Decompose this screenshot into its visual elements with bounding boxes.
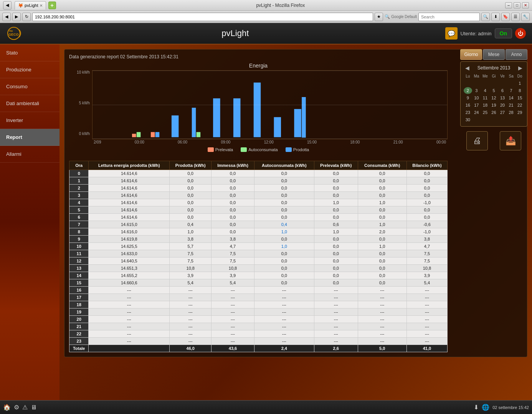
x-label-12: 12:00 [264,140,274,144]
cal-day[interactable]: 23 [464,109,472,116]
cal-day[interactable]: 9 [464,94,472,101]
taskbar-home-icon[interactable]: 🏠 [3,404,11,411]
cal-day[interactable]: 26 [490,109,498,116]
cal-day[interactable]: 17 [473,102,481,109]
notifications-button[interactable]: 💬 [445,27,458,40]
cal-day[interactable]: 27 [498,109,507,116]
export-button[interactable]: 📤 [500,131,521,150]
table-cell: --- [170,330,211,338]
cal-day[interactable]: 1 [515,80,524,87]
cal-day[interactable]: 5 [490,87,498,94]
cal-day[interactable]: 16 [464,102,472,109]
maximize-button[interactable]: □ [514,2,520,8]
search-icon-btn[interactable]: 🔍 [481,13,490,21]
nav-forward-button[interactable]: ▶ [12,13,21,21]
tab-mese[interactable]: Mese [483,49,505,60]
chart-container: Energia 10 kWh 5 kWh 0 kWh [69,63,448,155]
power-button[interactable]: ⏻ [515,28,526,39]
tools-btn[interactable]: 🔧 [521,13,530,21]
cal-day[interactable]: 14 [507,94,515,101]
cal-day[interactable]: 13 [498,94,507,101]
menu-btn[interactable]: ☰ [511,13,520,21]
cal-day[interactable]: 12 [490,94,498,101]
cal-day[interactable]: 11 [481,94,489,101]
table-cell: --- [89,338,170,345]
table-cell: 0,6 [314,221,358,228]
table-row: 22--------------------- [69,330,448,338]
table-cell: 10,8 [406,265,447,272]
address-bar[interactable] [32,13,373,21]
download-btn[interactable]: ⬇ [491,13,500,21]
legend-prodotta: Prodotta [286,147,309,152]
back-button[interactable]: ◀ [3,1,12,10]
taskbar-download-icon[interactable]: ⬇ [474,404,479,411]
table-row: 814.616,01,00,01,01,02,0-1,0 [69,228,448,236]
table-cell: 5,4 [170,279,211,287]
sidebar-item-inverter[interactable]: Inverter [0,112,59,129]
tab-close-icon[interactable]: ✕ [40,3,43,8]
table-total-cell: 5,0 [358,345,406,352]
cal-day[interactable]: 10 [473,94,481,101]
tab-anno[interactable]: Anno [506,49,527,60]
cal-day[interactable]: 19 [490,102,498,109]
close-button[interactable]: ✕ [522,2,529,8]
cal-day[interactable]: 20 [498,102,507,109]
sidebar-item-consumo[interactable]: Consumo [0,78,59,95]
table-cell: 12 [69,257,89,265]
cal-day[interactable]: 15 [515,94,524,101]
print-button[interactable]: 🖨 [466,131,488,150]
table-cell: --- [254,330,314,338]
search-bar[interactable] [418,13,480,21]
taskbar-warning-icon[interactable]: ⚠ [22,404,28,411]
table-cell: 0,0 [254,192,314,199]
tab-giorno[interactable]: Giorno [460,49,482,60]
cal-day[interactable]: 7 [507,87,515,94]
bookmarks-btn[interactable]: 🔖 [501,13,510,21]
cal-day[interactable]: 2 [464,87,472,94]
cal-day[interactable]: 4 [481,87,489,94]
cal-day[interactable]: 25 [481,109,489,116]
sidebar-item-allarmi[interactable]: Allarmi [0,146,59,163]
cal-day[interactable]: 18 [481,102,489,109]
taskbar-monitor-icon[interactable]: 🖥 [31,404,37,411]
cal-prev-button[interactable]: ◀ [464,65,471,71]
sidebar-item-stato[interactable]: Stato [0,45,59,61]
new-tab-button[interactable]: + [48,2,56,9]
cal-day[interactable]: 28 [507,109,515,116]
table-row: 514.614,60,00,00,00,00,00,0 [69,206,448,214]
cal-day[interactable]: 21 [507,102,515,109]
sidebar-item-produzione[interactable]: Produzione [0,61,59,78]
taskbar-network-icon[interactable]: 🌐 [482,404,489,411]
cal-day[interactable]: 22 [515,102,524,109]
on-status-button[interactable]: On [495,28,512,38]
minimize-button[interactable]: – [505,2,512,8]
bookmark-button[interactable]: ★ [375,13,383,21]
legend-autoconsumata-label: Autoconsumata [248,147,278,152]
sidebar-item-report[interactable]: Report [0,129,59,146]
nav-back-button[interactable]: ◀ [2,13,11,21]
table-cell: 14.640,5 [89,257,170,265]
table-cell: 0,0 [254,199,314,206]
sidebar-item-dati-ambientali[interactable]: Dati ambientali [0,95,59,112]
table-cell: 3,8 [170,236,211,243]
cal-next-button[interactable]: ▶ [517,65,524,71]
table-cell: 0,0 [358,265,406,272]
cal-day[interactable]: 6 [498,87,507,94]
cal-day[interactable]: 29 [515,109,524,116]
refresh-button[interactable]: ↻ [22,13,31,21]
browser-tab[interactable]: 🦊 pvLight ✕ [15,1,46,10]
cal-day[interactable]: 8 [515,87,524,94]
cal-day-name: Ma [473,73,481,79]
svg-text:GECO: GECO [8,33,19,36]
taskbar-settings-icon[interactable]: ⚙ [14,404,19,411]
cal-day [473,116,481,123]
taskbar-left: 🏠 ⚙ ⚠ 🖥 [3,404,37,411]
table-cell: --- [170,316,211,323]
cal-day[interactable]: 24 [473,109,481,116]
cal-day[interactable]: 3 [473,87,481,94]
table-row: 714.615,00,40,00,40,61,0-0,6 [69,221,448,228]
cal-day [498,116,507,123]
table-cell: 22 [69,330,89,338]
table-cell: 0,0 [358,279,406,287]
cal-day[interactable]: 30 [464,116,472,123]
